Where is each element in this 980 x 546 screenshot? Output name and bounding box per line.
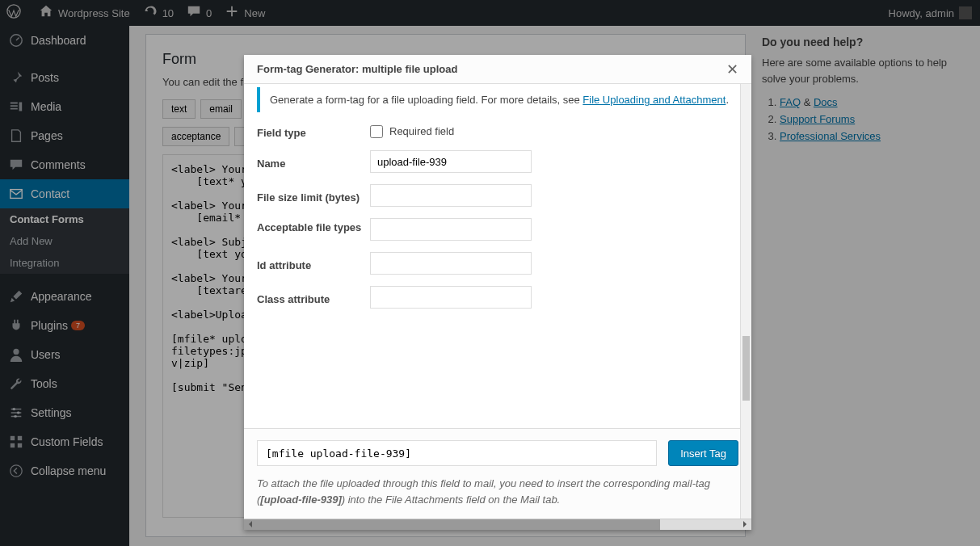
required-label: Required field	[389, 125, 454, 137]
info-box: Generate a form-tag for a file uploading…	[257, 87, 738, 112]
modal-header: Form-tag Generator: multiple file upload…	[244, 55, 751, 84]
tag-output[interactable]	[257, 440, 657, 466]
classattr-row: Class attribute	[257, 286, 738, 309]
name-input[interactable]	[370, 150, 532, 173]
filesize-input[interactable]	[370, 184, 532, 207]
required-checkbox[interactable]	[370, 125, 383, 138]
insert-tag-button[interactable]: Insert Tag	[668, 440, 738, 466]
footer-note: To attach the file uploaded through this…	[257, 476, 738, 507]
idattr-row: Id attribute	[257, 252, 738, 275]
modal-footer: Insert Tag To attach the file uploaded t…	[244, 429, 751, 519]
acceptable-label: Acceptable file types	[257, 218, 370, 233]
modal-title: Form-tag Generator: multiple file upload	[257, 63, 457, 75]
field-type-row: Field type Required field	[257, 124, 738, 139]
name-row: Name	[257, 150, 738, 173]
idattr-input[interactable]	[370, 252, 532, 275]
acceptable-row: Acceptable file types	[257, 218, 738, 241]
filesize-row: File size limit (bytes)	[257, 184, 738, 207]
name-label: Name	[257, 154, 370, 170]
vertical-scrollbar[interactable]	[740, 84, 751, 519]
file-uploading-link[interactable]: File Uploading and Attachment	[583, 94, 726, 106]
filesize-label: File size limit (bytes)	[257, 188, 370, 204]
horizontal-scrollbar[interactable]	[244, 519, 751, 530]
mail-tag: [upload-file-939]	[260, 494, 341, 506]
classattr-label: Class attribute	[257, 290, 370, 305]
classattr-input[interactable]	[370, 286, 532, 309]
modal-body: Generate a form-tag for a file uploading…	[244, 84, 751, 429]
field-type-label: Field type	[257, 124, 370, 139]
form-tag-modal: Form-tag Generator: multiple file upload…	[244, 55, 751, 530]
idattr-label: Id attribute	[257, 256, 370, 271]
acceptable-input[interactable]	[370, 218, 532, 241]
close-icon[interactable]: ✕	[726, 61, 738, 78]
